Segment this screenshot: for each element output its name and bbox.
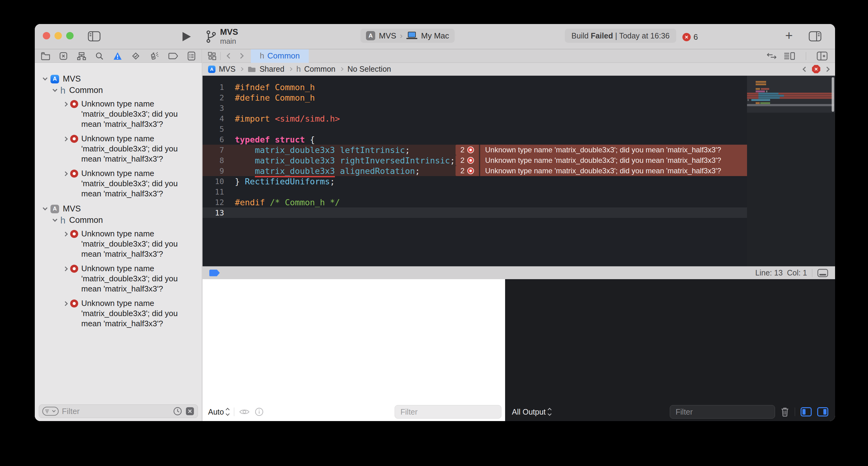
toggle-inspector-button[interactable]: [809, 31, 822, 41]
scheme-selector[interactable]: A MVS › My Mac: [361, 29, 455, 43]
variables-scope-popup[interactable]: Auto: [208, 407, 229, 416]
line-number[interactable]: 7: [203, 146, 224, 155]
disclosure-down-icon[interactable]: [53, 217, 58, 222]
toolbar-error-badge[interactable]: ✕ 6: [682, 32, 698, 42]
line-number[interactable]: 1: [203, 83, 224, 92]
code-line[interactable]: 13: [203, 208, 747, 218]
disclosure-right-icon[interactable]: [63, 267, 68, 272]
code-line[interactable]: 8 matrix_double3x3 rightInversedIntrinsi…: [203, 155, 747, 165]
variables-filter-field[interactable]: [395, 405, 501, 418]
issue-item[interactable]: Unknown type name 'matrix_double3x3'; di…: [35, 133, 202, 164]
disclosure-down-icon[interactable]: [53, 87, 58, 92]
inline-error-count-badge[interactable]: 2: [456, 155, 479, 165]
console-filter-field[interactable]: [670, 405, 775, 418]
line-number[interactable]: 13: [203, 208, 224, 217]
info-icon[interactable]: [254, 407, 264, 416]
disclosure-right-icon[interactable]: [63, 232, 68, 237]
zoom-window-button[interactable]: [66, 32, 73, 39]
code-line[interactable]: 2#define Common_h: [203, 92, 747, 103]
project-row[interactable]: A MVS: [35, 73, 202, 85]
add-editor-icon[interactable]: [816, 52, 828, 61]
issue-item[interactable]: Unknown type name 'matrix_double3x3'; di…: [35, 298, 202, 329]
clear-console-trash-icon[interactable]: [781, 407, 789, 417]
navigator-filter-field[interactable]: [39, 404, 198, 418]
clear-filter-icon[interactable]: [185, 407, 194, 416]
code-line[interactable]: 5: [203, 124, 747, 134]
minimize-window-button[interactable]: [55, 32, 62, 39]
tab-common[interactable]: h Common: [251, 49, 309, 63]
filter-menu-icon[interactable]: [42, 407, 59, 416]
adjust-editor-options-icon[interactable]: [784, 52, 795, 61]
disclosure-down-icon[interactable]: [43, 76, 48, 81]
project-navigator-icon[interactable]: [41, 52, 50, 60]
code-line[interactable]: 10} RectifiedUniforms;: [203, 176, 747, 187]
toggle-console-view-button[interactable]: [817, 407, 828, 416]
variables-filter-input[interactable]: [400, 407, 500, 416]
editor-scrollbar-thumb[interactable]: [832, 77, 834, 112]
debug-navigator-icon[interactable]: [149, 52, 159, 61]
toggle-debug-area-icon[interactable]: [817, 269, 828, 277]
find-navigator-icon[interactable]: [95, 52, 104, 60]
line-number[interactable]: 12: [203, 198, 224, 207]
console-scope-popup[interactable]: All Output: [512, 407, 551, 416]
breadcrumb-group[interactable]: Shared: [259, 65, 284, 73]
file-row[interactable]: h Common: [35, 85, 202, 96]
go-forward-button[interactable]: [238, 53, 244, 59]
next-issue-button[interactable]: [825, 66, 830, 72]
error-octagon-icon[interactable]: ✕: [812, 65, 820, 73]
disclosure-right-icon[interactable]: [63, 172, 68, 176]
line-number[interactable]: 2: [203, 93, 224, 102]
toggle-navigator-button[interactable]: [88, 31, 101, 41]
report-navigator-icon[interactable]: [187, 52, 196, 61]
go-back-button[interactable]: [226, 53, 232, 59]
code-line[interactable]: 11: [203, 187, 747, 197]
run-button[interactable]: [183, 32, 191, 41]
source-editor[interactable]: 1#ifndef Common_h2#define Common_h34#imp…: [203, 76, 835, 266]
issue-item[interactable]: Unknown type name 'matrix_double3x3'; di…: [35, 229, 202, 259]
scheme-destination[interactable]: My Mac: [421, 31, 449, 41]
recent-issues-clock-icon[interactable]: [173, 407, 182, 416]
issue-item[interactable]: Unknown type name 'matrix_double3x3'; di…: [35, 99, 202, 129]
project-row[interactable]: A MVS: [35, 203, 202, 215]
line-number[interactable]: 9: [203, 166, 224, 176]
breadcrumb-file[interactable]: Common: [304, 65, 335, 73]
console-view[interactable]: All Output: [505, 279, 835, 421]
issue-item[interactable]: Unknown type name 'matrix_double3x3'; di…: [35, 168, 202, 199]
project-status-group[interactable]: MVS main: [206, 27, 238, 45]
line-number[interactable]: 6: [203, 135, 224, 144]
line-number[interactable]: 8: [203, 156, 224, 165]
line-number[interactable]: 10: [203, 177, 224, 186]
disclosure-right-icon[interactable]: [63, 102, 68, 107]
inline-error-count-badge[interactable]: 2: [456, 165, 479, 176]
library-add-button[interactable]: +: [785, 28, 793, 43]
code-review-icon[interactable]: [767, 52, 777, 60]
variables-view[interactable]: Auto: [203, 279, 505, 421]
source-control-navigator-icon[interactable]: [59, 52, 68, 60]
line-number[interactable]: 11: [203, 187, 224, 196]
line-number[interactable]: 4: [203, 114, 224, 123]
navigator-filter-input[interactable]: [62, 407, 170, 416]
issue-item[interactable]: Unknown type name 'matrix_double3x3'; di…: [35, 263, 202, 294]
breakpoint-navigator-icon[interactable]: [168, 52, 178, 60]
code-line[interactable]: 4#import <simd/simd.h>: [203, 113, 747, 124]
code-line[interactable]: 9 matrix_double3x3 alignedRotation;2Unkn…: [203, 165, 747, 176]
minimap[interactable]: [747, 76, 835, 266]
previous-issue-button[interactable]: [803, 66, 808, 72]
inline-error-annotation[interactable]: 2Unknown type name 'matrix_double3x3'; d…: [456, 155, 747, 165]
toggle-variables-view-button[interactable]: [801, 407, 812, 416]
line-number[interactable]: 5: [203, 125, 224, 133]
inline-error-annotation[interactable]: 2Unknown type name 'matrix_double3x3'; d…: [456, 165, 747, 176]
quicklook-eye-icon[interactable]: [239, 408, 250, 415]
code-line[interactable]: 12#endif /* Common_h */: [203, 197, 747, 208]
symbol-navigator-icon[interactable]: [77, 52, 86, 60]
issue-navigator-icon[interactable]: [113, 52, 122, 60]
related-items-grid-icon[interactable]: [208, 52, 217, 61]
activity-status[interactable]: Build Failed | Today at 16:36: [565, 29, 676, 43]
scheme-target[interactable]: MVS: [379, 31, 396, 41]
close-window-button[interactable]: [43, 32, 50, 39]
disclosure-down-icon[interactable]: [43, 206, 48, 211]
inline-error-annotation[interactable]: 2Unknown type name 'matrix_double3x3'; d…: [456, 145, 747, 155]
line-number[interactable]: 3: [203, 104, 224, 113]
breadcrumb-project[interactable]: MVS: [219, 65, 236, 73]
code-line[interactable]: 3: [203, 103, 747, 113]
